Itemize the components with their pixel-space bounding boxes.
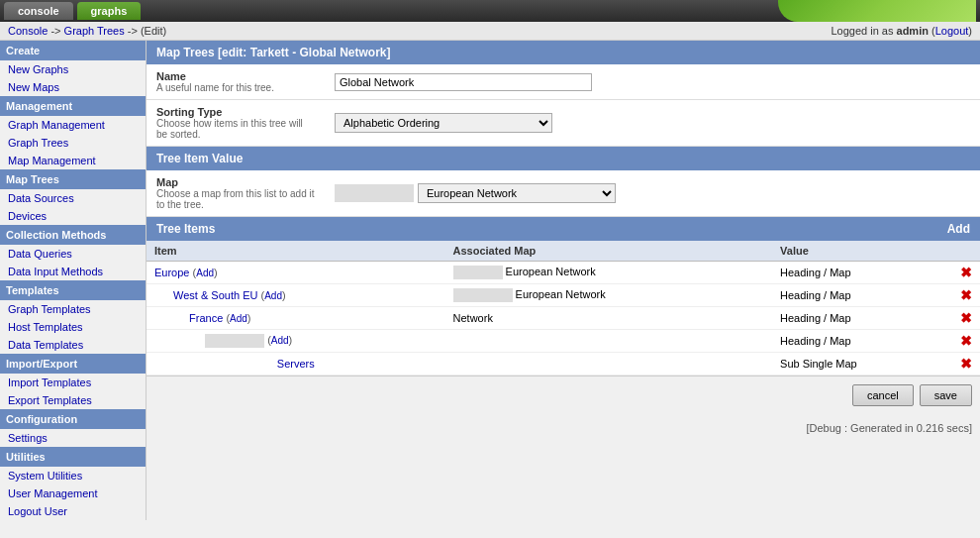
sidebar-item-new-graphs[interactable]: New Graphs (0, 60, 146, 78)
col-associated-map: Associated Map (445, 241, 773, 262)
button-bar: cancel save (147, 376, 980, 414)
table-row: Servers Sub Single Map ✖ (147, 353, 980, 376)
sidebar-item-graph-templates[interactable]: Graph Templates (0, 300, 146, 318)
auth-info: Logged in as admin (Logout) (831, 25, 972, 37)
logout-link[interactable]: Logout (935, 25, 969, 37)
table-row: Europe (Add) European Network Heading / … (147, 262, 980, 284)
sidebar-section-create: Create (0, 41, 146, 60)
tree-item-value-header: Tree Item Value (147, 147, 980, 170)
value-sub: Heading / Map (772, 330, 952, 353)
add-link-france[interactable]: Add (230, 313, 247, 324)
tree-table-header-row: Item Associated Map Value (147, 241, 980, 262)
form-row-sorting: Sorting Type Choose how items in this tr… (147, 100, 980, 147)
sidebar-item-data-templates[interactable]: Data Templates (0, 336, 146, 354)
name-input[interactable] (335, 73, 592, 91)
delete-europe[interactable]: ✖ (960, 265, 972, 280)
sidebar-item-graph-trees[interactable]: Graph Trees (0, 134, 146, 152)
sidebar-section-map-trees: Map Trees (0, 169, 146, 189)
breadcrumb-bar: Console -> Graph Trees -> (Edit) Logged … (0, 22, 980, 41)
header-logo (778, 0, 976, 22)
col-item: Item (147, 241, 445, 262)
add-link-sub[interactable]: Add (271, 335, 289, 346)
sidebar-item-data-input-methods[interactable]: Data Input Methods (0, 263, 146, 280)
map-row: Map Choose a map from this list to add i… (147, 170, 980, 217)
tree-items-title: Tree Items (156, 222, 215, 236)
map-desc: Choose a map from this list to add it to… (156, 188, 315, 210)
sidebar-item-user-management[interactable]: User Management (0, 484, 146, 502)
debug-text: [Debug : Generated in 0.216 secs] (806, 422, 972, 434)
value-europe: Heading / Map (772, 262, 952, 284)
sidebar-item-system-utilities[interactable]: System Utilities (0, 467, 146, 484)
add-link-west-south-eu[interactable]: Add (264, 290, 282, 301)
save-button[interactable]: save (920, 384, 972, 406)
assoc-map-europe: European Network (506, 266, 596, 277)
sidebar-item-data-sources[interactable]: Data Sources (0, 189, 146, 207)
sorting-label: Sorting Type (156, 106, 315, 118)
sorting-select[interactable]: Alphabetic Ordering Manual Ordering Natu… (335, 113, 552, 133)
sidebar-item-settings[interactable]: Settings (0, 429, 146, 447)
tab-console[interactable]: console (4, 2, 73, 20)
sidebar-item-devices[interactable]: Devices (0, 207, 146, 225)
delete-france[interactable]: ✖ (960, 310, 972, 326)
delete-west-south[interactable]: ✖ (960, 287, 972, 303)
tree-item-value-table: Map Choose a map from this list to add i… (147, 170, 980, 217)
col-value: Value (772, 241, 952, 262)
map-blurred-preview (335, 184, 414, 202)
item-link-servers[interactable]: Servers (277, 358, 315, 370)
assoc-map-blurred-west-south (453, 288, 513, 302)
map-label: Map (156, 176, 315, 188)
item-link-west-south-eu[interactable]: West & South EU (173, 289, 257, 301)
form-table: Name A useful name for this tree. Sortin… (147, 64, 980, 147)
table-row: (Add) Heading / Map ✖ (147, 330, 980, 353)
page-title: Map Trees [edit: Tarkett - Global Networ… (156, 46, 390, 59)
value-france: Heading / Map (772, 307, 952, 330)
item-blurred-sub (205, 334, 264, 348)
sidebar-item-host-templates[interactable]: Host Templates (0, 318, 146, 336)
breadcrumb-console[interactable]: Console (8, 25, 48, 37)
item-link-europe[interactable]: Europe (154, 267, 189, 278)
main-layout: Create New Graphs New Maps Management Gr… (0, 41, 980, 520)
col-actions (952, 241, 980, 262)
form-row-name: Name A useful name for this tree. (147, 64, 980, 100)
breadcrumb-graph-trees[interactable]: Graph Trees (64, 25, 125, 37)
sidebar-section-management: Management (0, 96, 146, 116)
tree-items-table: Item Associated Map Value Europe (Add) E… (147, 241, 980, 376)
sorting-desc: Choose how items in this tree will be so… (156, 118, 315, 140)
map-select[interactable]: European Network Global Network (418, 183, 616, 203)
value-west-south: Heading / Map (772, 284, 952, 307)
add-link-europe[interactable]: Add (196, 268, 214, 278)
delete-sub[interactable]: ✖ (960, 333, 972, 349)
sidebar-section-templates: Templates (0, 280, 146, 300)
tree-items-add-link[interactable]: Add (947, 222, 970, 236)
tab-graphs[interactable]: graphs (77, 2, 142, 20)
sidebar-item-new-maps[interactable]: New Maps (0, 78, 146, 96)
sidebar-item-data-queries[interactable]: Data Queries (0, 245, 146, 263)
value-servers: Sub Single Map (772, 353, 952, 376)
sidebar-item-map-management[interactable]: Map Management (0, 152, 146, 169)
assoc-map-blurred-europe (453, 266, 503, 279)
map-select-wrapper: European Network Global Network (335, 183, 970, 203)
username: admin (897, 25, 929, 37)
delete-servers[interactable]: ✖ (960, 356, 972, 372)
breadcrumb: Console -> Graph Trees -> (Edit) (8, 25, 166, 37)
assoc-map-france: Network (453, 312, 493, 324)
page-title-bar: Map Trees [edit: Tarkett - Global Networ… (147, 41, 980, 64)
sidebar: Create New Graphs New Maps Management Gr… (0, 41, 147, 520)
name-label: Name (156, 70, 315, 82)
content-area: Map Trees [edit: Tarkett - Global Networ… (147, 41, 980, 520)
sidebar-item-logout-user[interactable]: Logout User (0, 502, 146, 520)
assoc-map-west-south: European Network (516, 288, 606, 300)
sidebar-item-import-templates[interactable]: Import Templates (0, 374, 146, 391)
name-desc: A useful name for this tree. (156, 82, 315, 93)
sidebar-section-collection-methods: Collection Methods (0, 225, 146, 245)
item-link-france[interactable]: France (189, 312, 223, 324)
table-row: France (Add) Network Heading / Map ✖ (147, 307, 980, 330)
sidebar-section-configuration: Configuration (0, 409, 146, 429)
sidebar-item-export-templates[interactable]: Export Templates (0, 391, 146, 409)
debug-bar: [Debug : Generated in 0.216 secs] (147, 414, 980, 442)
table-row: West & South EU (Add) European Network H… (147, 284, 980, 307)
sidebar-item-graph-management[interactable]: Graph Management (0, 116, 146, 134)
sidebar-section-utilities: Utilities (0, 447, 146, 467)
tree-items-header: Tree Items Add (147, 217, 980, 241)
cancel-button[interactable]: cancel (852, 384, 914, 406)
